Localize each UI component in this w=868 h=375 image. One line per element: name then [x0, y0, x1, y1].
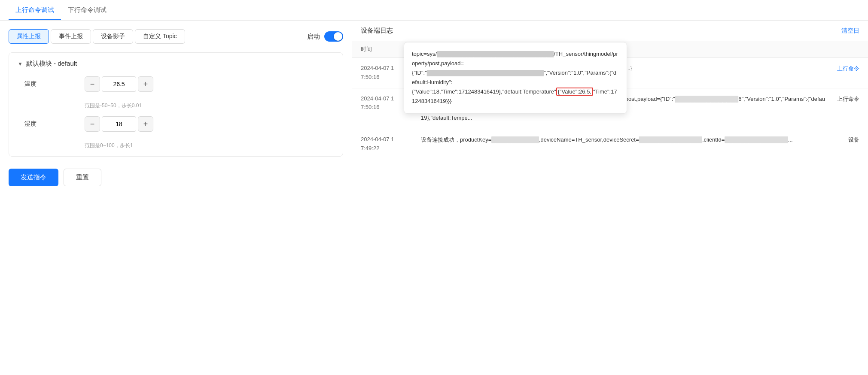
- property-row-temperature: 温度 − + 范围是-50~50，步长0.01: [18, 76, 334, 109]
- log-time-3: 2024-04-07 17:49:22: [361, 135, 421, 153]
- reset-button[interactable]: 重置: [64, 169, 101, 186]
- property-row-humidity: 湿度 − + 范围是0~100，步长1: [18, 116, 334, 149]
- clear-log-button[interactable]: 清空日: [841, 27, 859, 35]
- toggle-label: 启动: [307, 33, 320, 41]
- log-row[interactable]: 2024-04-07 17:49:22 设备连接成功，productKey=██…: [352, 129, 868, 160]
- tab-uplink-debug[interactable]: 上行命令调试: [9, 0, 61, 20]
- top-nav: 上行命令调试 下行命令调试: [0, 0, 868, 21]
- module-header: ▼ 默认模块 - default: [18, 60, 334, 68]
- left-panel: 属性上报 事件上报 设备影子 自定义 Topic 启动 ▼ 默认模块 - def…: [0, 21, 352, 375]
- log-type-1: 上行命令: [825, 64, 859, 73]
- send-command-button[interactable]: 发送指令: [9, 169, 58, 186]
- log-detail-tooltip: topic=sys/██████████████████████████████…: [404, 42, 627, 114]
- subtab-event-report[interactable]: 事件上报: [51, 29, 91, 44]
- temp-increment-button[interactable]: +: [138, 76, 153, 92]
- log-type-3: 设备: [825, 135, 859, 144]
- temp-input[interactable]: [102, 76, 136, 92]
- module-section: ▼ 默认模块 - default 温度 − + 范围是-50~50，步长0.01: [9, 52, 343, 157]
- log-type-2: 上行命令: [825, 94, 859, 103]
- tab-downlink-debug[interactable]: 下行命令调试: [61, 0, 113, 20]
- humidity-decrement-button[interactable]: −: [85, 116, 100, 132]
- temp-label: 温度: [24, 80, 50, 88]
- subtab-device-shadow[interactable]: 设备影子: [93, 29, 133, 44]
- temp-decrement-button[interactable]: −: [85, 76, 100, 92]
- temp-hint: 范围是-50~50，步长0.01: [18, 102, 334, 109]
- collapse-arrow[interactable]: ▼: [18, 61, 23, 67]
- humidity-label: 湿度: [24, 120, 50, 128]
- toggle-row: 启动: [307, 31, 343, 42]
- right-header: 设备端日志 清空日: [352, 21, 868, 41]
- tooltip-highlight: {"Value":26.5,: [556, 88, 593, 96]
- subtab-custom-topic[interactable]: 自定义 Topic: [135, 29, 185, 44]
- humidity-increment-button[interactable]: +: [138, 116, 153, 132]
- right-panel: 设备端日志 清空日 时间 2024-04-07 17:50:16 topic=s…: [352, 21, 868, 375]
- humidity-stepper: − +: [85, 116, 153, 132]
- bottom-buttons: 发送指令 重置: [9, 169, 343, 186]
- start-toggle[interactable]: [324, 31, 343, 42]
- humidity-hint: 范围是0~100，步长1: [18, 142, 334, 149]
- module-title: 默认模块 - default: [26, 60, 77, 68]
- log-title: 设备端日志: [361, 27, 393, 35]
- temp-stepper: − +: [85, 76, 153, 92]
- col-header-type: [825, 45, 859, 53]
- subtab-property-report[interactable]: 属性上报: [9, 29, 49, 44]
- sub-tabs: 属性上报 事件上报 设备影子 自定义 Topic: [9, 29, 307, 44]
- humidity-input[interactable]: [102, 116, 136, 132]
- sub-tabs-row: 属性上报 事件上报 设备影子 自定义 Topic 启动: [9, 29, 343, 44]
- log-content-3: 设备连接成功，productKey=████████████,deviceNam…: [421, 135, 825, 145]
- main-layout: 属性上报 事件上报 设备影子 自定义 Topic 启动 ▼ 默认模块 - def…: [0, 21, 868, 375]
